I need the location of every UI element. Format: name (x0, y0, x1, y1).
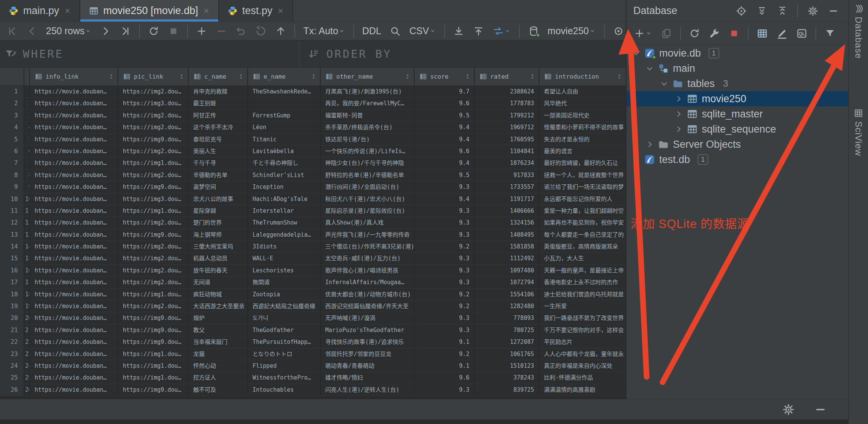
cell-rated[interactable]: 378243 (475, 372, 539, 383)
cell-pic_link[interactable]: https://img2.dou… (118, 301, 189, 312)
cell-pic_link[interactable]: https://img2.dou… (118, 169, 189, 181)
row-number[interactable]: 13 (0, 229, 24, 240)
cell-info_link[interactable]: https://movie.douban… (30, 229, 118, 240)
cell-info_link[interactable]: https://movie.douban… (30, 193, 118, 205)
cell-score[interactable]: 9.3 (415, 217, 475, 228)
clipped-id-cell[interactable]: 21 (24, 324, 30, 336)
tree-item-main[interactable]: main (626, 61, 848, 76)
cell-c_name[interactable]: 熔炉 (189, 312, 248, 324)
chevron-right-icon[interactable] (674, 110, 683, 118)
cell-rated[interactable]: 1510123 (475, 360, 539, 372)
jdbc-wrench-button[interactable] (704, 26, 724, 41)
row-number[interactable]: 14 (0, 241, 24, 252)
cell-rated[interactable]: 1969712 (475, 122, 539, 133)
row-number[interactable]: 1 (0, 86, 24, 97)
cell-introduction[interactable]: 人人心中都有个龙猫，童年就永 (539, 348, 626, 360)
cell-score[interactable]: 9.4 (415, 122, 475, 133)
cell-introduction[interactable]: 满满温情的高雅喜剧 (539, 384, 626, 396)
cell-e_name[interactable]: TheTrumanShow (248, 217, 321, 228)
cell-introduction[interactable]: 诺兰给了我们一场无法盗取的梦 (539, 181, 626, 193)
cell-score[interactable]: 9.6 (415, 146, 475, 157)
gear-button[interactable] (803, 3, 822, 19)
order-by-filter-field[interactable]: ORDER BY (300, 41, 626, 67)
cell-pic_link[interactable]: https://img9.dou… (118, 324, 189, 336)
column-header-other_name[interactable]: other_name (321, 68, 415, 85)
cell-score[interactable]: 9.3 (415, 277, 475, 288)
cell-info_link[interactable]: https://movie.douban… (30, 110, 118, 121)
tree-item-sqlite-master[interactable]: sqlite_master (626, 106, 848, 122)
collapse-all-button[interactable] (773, 3, 792, 19)
column-header-c_name[interactable]: c_name (189, 68, 248, 85)
cell-introduction[interactable]: 迪士尼给我们营造的乌托邦就是 (539, 289, 626, 300)
cell-introduction[interactable]: 天籁一般的童声，是最接近上帝 (539, 265, 626, 276)
cell-introduction[interactable]: 失去的才是永恒的 (539, 134, 626, 145)
cell-pic_link[interactable]: https://img3.dou… (118, 193, 189, 205)
cell-info_link[interactable]: https://movie.douban… (30, 384, 118, 396)
cell-other_name[interactable]: 邻居托托罗/邻家的豆豆龙 (321, 348, 415, 360)
cell-c_name[interactable]: 霸王别姬 (189, 98, 248, 109)
cell-score[interactable]: 9.2 (415, 289, 475, 300)
upload-button[interactable] (469, 24, 488, 39)
cell-introduction[interactable]: 拯救一个人，就是拯救整个世界 (539, 169, 626, 181)
chevron-right-icon[interactable] (674, 95, 683, 103)
tree-item-test-db[interactable]: test.db1 (626, 152, 848, 167)
cell-e_name[interactable]: 3Idiots (248, 241, 321, 252)
cell-score[interactable]: 9.2 (415, 241, 475, 252)
cell-introduction[interactable]: 一生所爱 (539, 301, 626, 312)
clipped-id-cell[interactable]: 3 (24, 110, 30, 121)
cell-c_name[interactable]: 无间道 (189, 277, 248, 288)
cell-score[interactable]: 9.4 (415, 193, 475, 205)
cell-e_name[interactable]: TheGodfather (248, 324, 321, 336)
where-filter-field[interactable]: WHERE (0, 41, 300, 67)
cell-rated[interactable]: 1097480 (475, 265, 539, 276)
cell-rated[interactable]: 1104841 (475, 146, 539, 157)
cell-score[interactable]: 9.4 (415, 134, 475, 145)
cell-pic_link[interactable]: https://img9.dou… (118, 134, 189, 145)
clipped-id-cell[interactable]: 11 (24, 205, 30, 217)
cell-info_link[interactable]: https://movie.douban… (30, 146, 118, 157)
cell-score[interactable]: 9.6 (415, 98, 475, 109)
row-number[interactable]: 11 (0, 205, 24, 217)
tab-main-py[interactable]: main.py (0, 0, 80, 22)
column-header-pic_link[interactable]: pic_link (118, 68, 189, 85)
row-number[interactable]: 5 (0, 134, 24, 145)
cell-e_name[interactable]: 千と千尋の神隠し (248, 157, 321, 169)
cell-info_link[interactable]: https://movie.douban… (30, 241, 118, 252)
column-header-score[interactable]: score (415, 68, 475, 85)
cell-score[interactable]: 9.5 (415, 110, 475, 121)
cell-score[interactable]: 9.3 (415, 181, 475, 193)
cell-introduction[interactable]: 永远都不能忘记你所爱的人 (539, 193, 626, 205)
cell-other_name[interactable]: 歌声伴我心(港)/唱诗班男孩 (321, 265, 415, 276)
cell-other_name[interactable]: 萌动青春/青春萌动 (321, 360, 415, 372)
cell-e_name[interactable]: 西遊記大結局之仙履奇緣 (248, 301, 321, 312)
clipped-id-cell[interactable]: 2 (24, 98, 30, 109)
clipped-id-cell[interactable]: 20 (24, 312, 30, 324)
cell-info_link[interactable]: https://movie.douban… (30, 169, 118, 181)
cell-rated[interactable]: 1406666 (475, 205, 539, 217)
cell-rated[interactable]: 917833 (475, 169, 539, 181)
cell-other_name[interactable]: 无声呐喊(港)/漩涡 (321, 312, 415, 324)
clipped-id-cell[interactable]: 16 (24, 265, 30, 276)
cell-info_link[interactable]: https://movie.douban… (30, 372, 118, 383)
last-page-button[interactable] (116, 24, 135, 39)
cell-score[interactable]: 9.3 (415, 253, 475, 264)
cell-other_name[interactable]: 声光伴我飞(港)/一九零零的传奇 (321, 229, 415, 240)
cell-other_name[interactable]: 舒特拉的名单(港)/辛德勒名单 (321, 169, 415, 181)
column-header-info_link[interactable]: info_link (30, 68, 118, 85)
clipped-id-cell[interactable]: 10 (24, 193, 30, 205)
cell-other_name[interactable]: 铁达尼号(港/台) (321, 134, 415, 145)
cell-e_name[interactable]: Leschoristes (248, 265, 321, 276)
clipped-id-cell[interactable]: 18 (24, 289, 30, 300)
tool-window-button-sciview[interactable]: SciView (853, 104, 864, 160)
row-number[interactable]: 18 (0, 289, 24, 300)
cell-c_name[interactable]: 忠犬八公的故事 (189, 193, 248, 205)
cell-info_link[interactable]: https://movie.douban… (30, 360, 118, 372)
cell-other_name[interactable]: 一个快乐的传说(港)/LifeIs… (321, 146, 415, 157)
submit-arrow-up-button[interactable] (271, 24, 291, 39)
cell-rated[interactable]: 1799212 (475, 110, 539, 121)
chevron-left-button[interactable] (22, 24, 42, 39)
cell-e_name[interactable]: Inception (248, 181, 321, 193)
cell-c_name[interactable]: 怦然心动 (189, 360, 248, 372)
row-number[interactable]: 21 (0, 324, 24, 336)
row-number[interactable]: 9 (0, 181, 24, 193)
